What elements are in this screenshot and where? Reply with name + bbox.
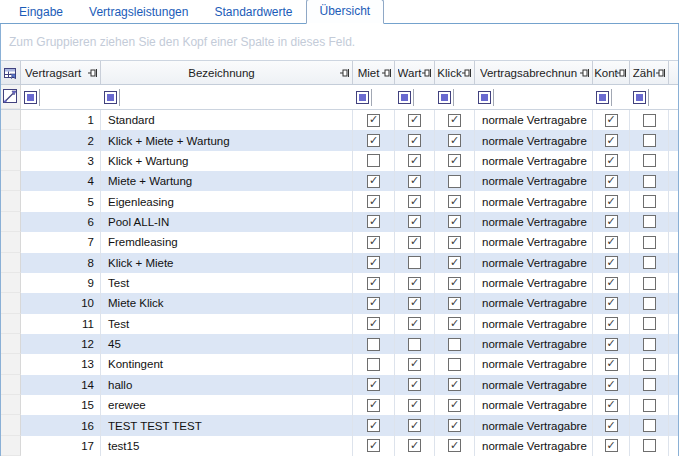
column-header-zaehl[interactable]: Zähl xyxy=(630,61,669,84)
cell-vertragsabrechnung[interactable]: normale Vertragabre xyxy=(475,273,593,293)
klick-checkbox[interactable] xyxy=(448,277,461,290)
pin-icon[interactable] xyxy=(580,68,590,78)
klick-checkbox[interactable] xyxy=(448,358,461,371)
wart-checkbox[interactable] xyxy=(408,236,421,249)
wart-checkbox[interactable] xyxy=(408,195,421,208)
cell-vertragsart[interactable]: 16 xyxy=(21,415,101,435)
zaehl-checkbox[interactable] xyxy=(643,419,656,432)
miet-checkbox[interactable] xyxy=(367,215,380,228)
filter-button-vertragsart[interactable] xyxy=(24,91,37,104)
cell-vertragsabrechnung[interactable]: normale Vertragabre xyxy=(475,334,593,354)
cell-vertragsart[interactable]: 8 xyxy=(21,253,101,273)
cell-vertragsart[interactable]: 7 xyxy=(21,232,101,252)
cell-bezeichnung[interactable]: Fremdleasing xyxy=(101,232,353,252)
miet-checkbox[interactable] xyxy=(367,277,380,290)
kont-checkbox[interactable] xyxy=(605,256,618,269)
cell-vertragsabrechnung[interactable]: normale Vertragabre xyxy=(475,436,593,456)
zaehl-checkbox[interactable] xyxy=(643,338,656,351)
miet-checkbox[interactable] xyxy=(367,378,380,391)
cell-vertragsart[interactable]: 13 xyxy=(21,354,101,374)
klick-checkbox[interactable] xyxy=(448,236,461,249)
wart-checkbox[interactable] xyxy=(408,439,421,452)
cell-vertragsabrechnung[interactable]: normale Vertragabre xyxy=(475,293,593,313)
cell-vertragsabrechnung[interactable]: normale Vertragabre xyxy=(475,191,593,211)
miet-checkbox[interactable] xyxy=(367,439,380,452)
cell-bezeichnung[interactable]: 45 xyxy=(101,334,353,354)
pin-icon[interactable] xyxy=(656,68,666,78)
cell-vertragsart[interactable]: 14 xyxy=(21,375,101,395)
cell-bezeichnung[interactable]: TEST TEST TEST xyxy=(101,415,353,435)
kont-checkbox[interactable] xyxy=(605,134,618,147)
row-indicator[interactable] xyxy=(1,212,21,232)
miet-checkbox[interactable] xyxy=(367,399,380,412)
group-by-panel[interactable]: Zum Gruppieren ziehen Sie den Kopf einer… xyxy=(1,24,678,60)
cell-vertragsart[interactable]: 12 xyxy=(21,334,101,354)
kont-checkbox[interactable] xyxy=(605,154,618,167)
zaehl-checkbox[interactable] xyxy=(643,256,656,269)
row-indicator[interactable] xyxy=(1,395,21,415)
row-indicator[interactable] xyxy=(1,415,21,435)
klick-checkbox[interactable] xyxy=(448,114,461,127)
miet-checkbox[interactable] xyxy=(367,297,380,310)
filter-button-vertragsabrechnung[interactable] xyxy=(478,91,491,104)
miet-checkbox[interactable] xyxy=(367,195,380,208)
klick-checkbox[interactable] xyxy=(448,195,461,208)
row-indicator[interactable] xyxy=(1,334,21,354)
miet-checkbox[interactable] xyxy=(367,419,380,432)
wart-checkbox[interactable] xyxy=(408,297,421,310)
cell-vertragsabrechnung[interactable]: normale Vertragabre xyxy=(475,375,593,395)
filter-button-klick[interactable] xyxy=(438,91,451,104)
column-header-vertragsart[interactable]: Vertragsart xyxy=(21,61,101,84)
zaehl-checkbox[interactable] xyxy=(643,297,656,310)
pin-icon[interactable] xyxy=(382,68,392,78)
zaehl-checkbox[interactable] xyxy=(643,439,656,452)
cell-vertragsabrechnung[interactable]: normale Vertragabre xyxy=(475,232,593,252)
cell-vertragsabrechnung[interactable]: normale Vertragabre xyxy=(475,110,593,130)
row-indicator[interactable] xyxy=(1,436,21,456)
miet-checkbox[interactable] xyxy=(367,256,380,269)
row-indicator[interactable] xyxy=(1,293,21,313)
pin-icon[interactable] xyxy=(340,68,350,78)
cell-vertragsart[interactable]: 3 xyxy=(21,151,101,171)
wart-checkbox[interactable] xyxy=(408,378,421,391)
klick-checkbox[interactable] xyxy=(448,439,461,452)
row-indicator[interactable] xyxy=(1,375,21,395)
pin-icon[interactable] xyxy=(422,68,432,78)
cell-vertragsart[interactable]: 11 xyxy=(21,314,101,334)
klick-checkbox[interactable] xyxy=(448,256,461,269)
cell-bezeichnung[interactable]: test15 xyxy=(101,436,353,456)
kont-checkbox[interactable] xyxy=(605,378,618,391)
miet-checkbox[interactable] xyxy=(367,175,380,188)
kont-checkbox[interactable] xyxy=(605,277,618,290)
row-indicator[interactable] xyxy=(1,130,21,150)
klick-checkbox[interactable] xyxy=(448,154,461,167)
cell-vertragsart[interactable]: 9 xyxy=(21,273,101,293)
klick-checkbox[interactable] xyxy=(448,297,461,310)
kont-checkbox[interactable] xyxy=(605,195,618,208)
cell-vertragsart[interactable]: 5 xyxy=(21,191,101,211)
filter-button-miet[interactable] xyxy=(356,91,369,104)
row-indicator[interactable] xyxy=(1,253,21,273)
kont-checkbox[interactable] xyxy=(605,175,618,188)
wart-checkbox[interactable] xyxy=(408,134,421,147)
header-corner-cell[interactable] xyxy=(1,61,21,84)
filter-row-indicator[interactable] xyxy=(1,85,21,109)
zaehl-checkbox[interactable] xyxy=(643,195,656,208)
miet-checkbox[interactable] xyxy=(367,154,380,167)
cell-vertragsart[interactable]: 15 xyxy=(21,395,101,415)
kont-checkbox[interactable] xyxy=(605,399,618,412)
zaehl-checkbox[interactable] xyxy=(643,378,656,391)
wart-checkbox[interactable] xyxy=(408,114,421,127)
zaehl-checkbox[interactable] xyxy=(643,114,656,127)
filter-button-wart[interactable] xyxy=(398,91,411,104)
zaehl-checkbox[interactable] xyxy=(643,277,656,290)
row-indicator[interactable] xyxy=(1,314,21,334)
filter-button-bezeichnung[interactable] xyxy=(104,91,117,104)
cell-vertragsabrechnung[interactable]: normale Vertragabre xyxy=(475,314,593,334)
row-indicator[interactable] xyxy=(1,151,21,171)
wart-checkbox[interactable] xyxy=(408,154,421,167)
wart-checkbox[interactable] xyxy=(408,399,421,412)
klick-checkbox[interactable] xyxy=(448,134,461,147)
row-indicator[interactable] xyxy=(1,354,21,374)
cell-vertragsabrechnung[interactable]: normale Vertragabre xyxy=(475,130,593,150)
